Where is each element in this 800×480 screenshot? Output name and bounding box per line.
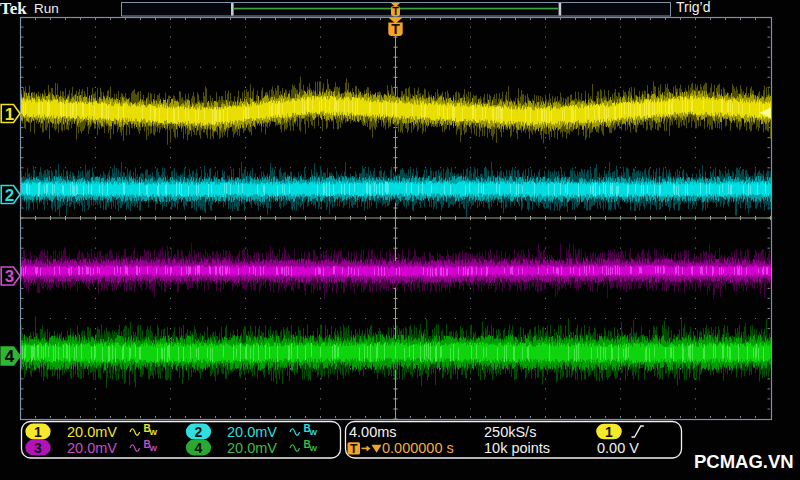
svg-text:10k points: 10k points [484,440,550,456]
svg-text:20.0mV: 20.0mV [227,424,277,440]
svg-text:Tek: Tek [0,0,27,18]
svg-text:W: W [150,428,158,437]
svg-text:4.00ms: 4.00ms [349,424,397,440]
svg-text:0.000000 s: 0.000000 s [382,440,454,456]
svg-text:2: 2 [5,186,14,205]
svg-text:Run: Run [34,1,59,16]
svg-text:W: W [310,444,318,453]
svg-text:3: 3 [34,440,42,456]
svg-text:PCMAG.VN: PCMAG.VN [694,451,794,472]
svg-text:1: 1 [5,105,14,124]
svg-text:250kS/s: 250kS/s [484,424,536,440]
svg-text:W: W [150,444,158,453]
svg-text:20.0mV: 20.0mV [227,440,277,456]
svg-text:0.00 V: 0.00 V [597,440,639,456]
svg-text:20.0mV: 20.0mV [67,424,117,440]
svg-text:4: 4 [5,347,15,366]
svg-text:1: 1 [34,424,42,440]
svg-text:2: 2 [195,424,203,440]
svg-text:3: 3 [5,267,14,286]
svg-text:20.0mV: 20.0mV [67,440,117,456]
svg-text:1: 1 [605,424,613,440]
svg-text:4: 4 [195,440,203,456]
svg-text:W: W [310,428,318,437]
svg-text:Trig’d: Trig’d [676,0,711,15]
svg-text:T: T [391,21,400,37]
svg-text:T: T [392,5,399,17]
svg-text:T: T [350,442,358,456]
